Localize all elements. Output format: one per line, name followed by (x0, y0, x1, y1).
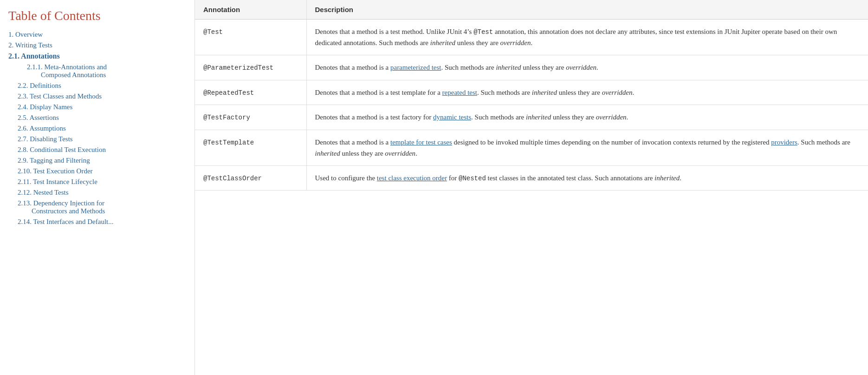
table-row: @TestTemplate Denotes that a method is a… (195, 130, 868, 165)
sidebar-item-overview[interactable]: 1. Overview (8, 31, 187, 39)
annotation-header: Annotation (195, 0, 306, 20)
sidebar: Table of Contents 1. Overview 2. Writing… (0, 0, 195, 375)
inline-code: @Nested (459, 175, 486, 182)
table-row: @TestClassOrder Used to configure the te… (195, 165, 868, 190)
dynamic-tests-link[interactable]: dynamic tests (433, 113, 471, 121)
sidebar-item-execution-order[interactable]: 2.10. Test Execution Order (8, 167, 187, 175)
sidebar-item-disabling[interactable]: 2.7. Disabling Tests (8, 135, 187, 143)
description-cell: Denotes that a method is a test method. … (306, 20, 868, 55)
sidebar-item-conditional[interactable]: 2.8. Conditional Test Execution (8, 146, 187, 154)
description-cell: Denotes that a method is a test factory … (306, 105, 868, 130)
annotations-table: Annotation Description @Test Denotes tha… (195, 0, 868, 191)
sidebar-item-dependency[interactable]: 2.13. Dependency Injection for Construct… (8, 199, 187, 215)
annotation-code: @RepeatedTest (203, 89, 254, 97)
sidebar-item-assertions[interactable]: 2.5. Assertions (8, 114, 187, 122)
sidebar-item-display-names[interactable]: 2.4. Display Names (8, 103, 187, 111)
inline-code: @Test (473, 28, 493, 36)
table-row: @TestFactory Denotes that a method is a … (195, 105, 868, 130)
annotation-cell: @Test (195, 20, 306, 55)
sidebar-item-definitions[interactable]: 2.2. Definitions (8, 82, 187, 90)
repeated-test-link[interactable]: repeated test (442, 89, 477, 96)
description-cell: Used to configure the test class executi… (306, 165, 868, 190)
providers-link[interactable]: providers (771, 138, 797, 146)
italic-text: overridden (385, 150, 415, 157)
sidebar-item-test-classes[interactable]: 2.3. Test Classes and Methods (8, 92, 187, 100)
italic-text: inherited (496, 64, 521, 71)
italic-text: inherited (430, 39, 455, 46)
annotation-cell: @ParameterizedTest (195, 55, 306, 80)
italic-text: overridden (602, 89, 633, 96)
sidebar-item-annotations[interactable]: 2.1. Annotations (8, 52, 187, 60)
annotation-cell: @TestClassOrder (195, 165, 306, 190)
italic-text: inherited (532, 89, 557, 96)
main-content: Annotation Description @Test Denotes tha… (195, 0, 868, 375)
italic-text: overridden (566, 64, 596, 71)
parameterized-test-link[interactable]: parameterized test (390, 64, 441, 71)
annotation-code: @ParameterizedTest (203, 64, 273, 72)
table-row: @ParameterizedTest Denotes that a method… (195, 55, 868, 80)
toc-title: Table of Contents (8, 8, 187, 23)
description-cell: Denotes that a method is a parameterized… (306, 55, 868, 80)
italic-text: overridden (596, 113, 627, 121)
italic-text: inherited (654, 174, 680, 182)
annotation-code: @TestTemplate (203, 139, 254, 146)
sidebar-item-instance-lifecycle[interactable]: 2.11. Test Instance Lifecycle (8, 178, 187, 186)
sidebar-item-nested[interactable]: 2.12. Nested Tests (8, 189, 187, 197)
table-header-row: Annotation Description (195, 0, 868, 20)
italic-text: inherited (526, 113, 551, 121)
annotation-code: @TestClassOrder (203, 175, 262, 182)
sidebar-item-tagging[interactable]: 2.9. Tagging and Filtering (8, 157, 187, 164)
annotation-cell: @RepeatedTest (195, 80, 306, 105)
table-row: @RepeatedTest Denotes that a method is a… (195, 80, 868, 105)
table-row: @Test Denotes that a method is a test me… (195, 20, 868, 55)
description-header: Description (306, 0, 868, 20)
sidebar-item-writing-tests[interactable]: 2. Writing Tests (8, 41, 187, 49)
sidebar-item-assumptions[interactable]: 2.6. Assumptions (8, 125, 187, 132)
annotation-cell: @TestTemplate (195, 130, 306, 165)
description-cell: Denotes that a method is a template for … (306, 130, 868, 165)
italic-text: inherited (315, 150, 340, 157)
template-for-test-cases-link[interactable]: template for test cases (390, 138, 452, 146)
sidebar-item-meta-annotations[interactable]: 2.1.1. Meta-Annotations and Composed Ann… (8, 63, 187, 79)
sidebar-item-test-interfaces[interactable]: 2.14. Test Interfaces and Default... (8, 218, 187, 226)
annotation-code: @TestFactory (203, 114, 250, 121)
test-class-execution-order-link[interactable]: test class execution order (377, 174, 447, 182)
annotation-cell: @TestFactory (195, 105, 306, 130)
italic-text: overridden (500, 39, 531, 46)
annotation-code: @Test (203, 28, 223, 36)
description-cell: Denotes that a method is a test template… (306, 80, 868, 105)
